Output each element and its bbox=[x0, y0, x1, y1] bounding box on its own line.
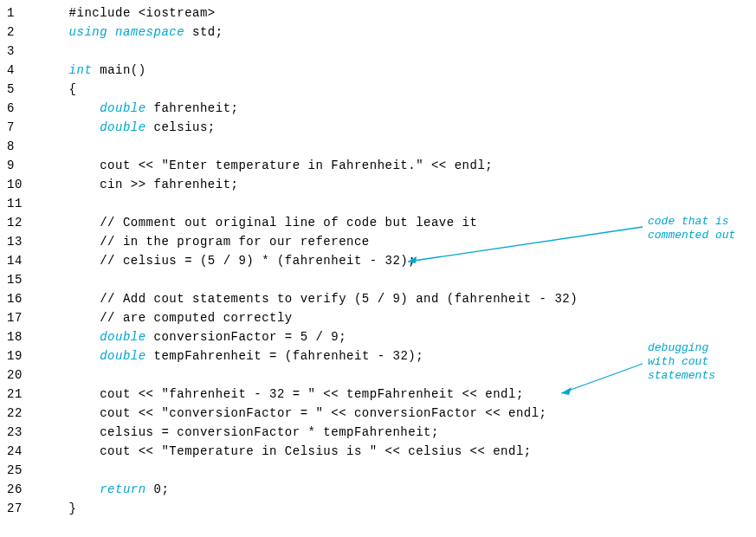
code-line: 20 bbox=[0, 366, 756, 385]
line-number: 24 bbox=[0, 442, 38, 461]
code-text: // celsius = (5 / 9) * (fahrenheit - 32)… bbox=[38, 251, 416, 270]
annotation-text: code that is bbox=[648, 215, 735, 229]
line-number: 6 bbox=[0, 99, 38, 118]
code-line: 22 cout << "conversionFactor = " << conv… bbox=[0, 404, 756, 423]
code-listing: 1 #include <iostream>2 using namespace s… bbox=[0, 0, 756, 518]
code-text bbox=[38, 42, 69, 61]
annotation-debugging-cout: debugging with cout statements bbox=[648, 341, 715, 383]
code-line: 25 bbox=[0, 461, 756, 480]
line-number: 8 bbox=[0, 137, 38, 156]
code-line: 5 { bbox=[0, 80, 756, 99]
line-number: 5 bbox=[0, 80, 38, 99]
code-text: double conversionFactor = 5 / 9; bbox=[38, 327, 346, 346]
code-line: 2 using namespace std; bbox=[0, 23, 756, 42]
code-text: // are computed correctly bbox=[38, 308, 293, 327]
code-line: 24 cout << "Temperature in Celsius is " … bbox=[0, 442, 756, 461]
line-number: 11 bbox=[0, 194, 38, 213]
code-text bbox=[38, 366, 69, 385]
code-line: 3 bbox=[0, 42, 756, 61]
line-number: 25 bbox=[0, 461, 38, 480]
line-number: 21 bbox=[0, 385, 38, 404]
code-text: // Add cout statements to verify (5 / 9)… bbox=[38, 289, 578, 308]
code-line: 16 // Add cout statements to verify (5 /… bbox=[0, 289, 756, 308]
code-line: 9 cout << "Enter temperature in Fahrenhe… bbox=[0, 156, 756, 175]
code-text bbox=[38, 461, 69, 480]
code-text: int main() bbox=[38, 61, 146, 80]
code-line: 10 cin >> fahrenheit; bbox=[0, 175, 756, 194]
code-line: 17 // are computed correctly bbox=[0, 308, 756, 327]
code-line: 23 celsius = conversionFactor * tempFahr… bbox=[0, 423, 756, 442]
line-number: 19 bbox=[0, 346, 38, 366]
line-number: 20 bbox=[0, 366, 38, 385]
line-number: 26 bbox=[0, 480, 38, 499]
line-number: 10 bbox=[0, 175, 38, 194]
line-number: 9 bbox=[0, 156, 38, 175]
code-line: 13 // in the program for our reference bbox=[0, 232, 756, 251]
annotation-text: commented out bbox=[648, 229, 735, 243]
code-line: 1 #include <iostream> bbox=[0, 3, 756, 23]
annotation-commented-out: code that is commented out bbox=[648, 215, 735, 243]
code-line: 11 bbox=[0, 194, 756, 213]
code-line: 6 double fahrenheit; bbox=[0, 99, 756, 118]
code-text: cin >> fahrenheit; bbox=[38, 175, 238, 194]
code-text: double tempFahrenheit = (fahrenheit - 32… bbox=[38, 346, 423, 366]
code-text: using namespace std; bbox=[38, 23, 223, 42]
line-number: 13 bbox=[0, 232, 38, 251]
line-number: 17 bbox=[0, 308, 38, 327]
code-text: cout << "fahrenheit - 32 = " << tempFahr… bbox=[38, 385, 524, 404]
code-text: celsius = conversionFactor * tempFahrenh… bbox=[38, 423, 439, 442]
code-text: // Comment out original line of code but… bbox=[38, 213, 477, 232]
code-line: 27 } bbox=[0, 499, 756, 518]
code-line: 18 double conversionFactor = 5 / 9; bbox=[0, 327, 756, 346]
code-text: return 0; bbox=[38, 480, 169, 499]
line-number: 3 bbox=[0, 42, 38, 61]
code-line: 19 double tempFahrenheit = (fahrenheit -… bbox=[0, 346, 756, 366]
code-text: // in the program for our reference bbox=[38, 232, 370, 251]
line-number: 23 bbox=[0, 423, 38, 442]
line-number: 7 bbox=[0, 118, 38, 137]
code-line: 7 double celsius; bbox=[0, 118, 756, 137]
code-line: 14 // celsius = (5 / 9) * (fahrenheit - … bbox=[0, 251, 756, 270]
code-line: 15 bbox=[0, 270, 756, 289]
code-text: { bbox=[38, 80, 77, 99]
annotation-text: with cout bbox=[648, 355, 715, 369]
line-number: 18 bbox=[0, 327, 38, 346]
code-text: } bbox=[38, 499, 77, 518]
code-text bbox=[38, 137, 69, 156]
code-text: cout << "Temperature in Celsius is " << … bbox=[38, 442, 532, 461]
code-text: cout << "conversionFactor = " << convers… bbox=[38, 404, 547, 423]
line-number: 22 bbox=[0, 404, 38, 423]
code-text: cout << "Enter temperature in Fahrenheit… bbox=[38, 156, 493, 175]
code-text bbox=[38, 194, 69, 213]
code-text bbox=[38, 270, 69, 289]
code-text: double celsius; bbox=[38, 118, 216, 137]
line-number: 27 bbox=[0, 499, 38, 518]
line-number: 15 bbox=[0, 270, 38, 289]
code-text: double fahrenheit; bbox=[38, 99, 238, 118]
line-number: 14 bbox=[0, 251, 38, 270]
code-text: #include <iostream> bbox=[38, 3, 216, 23]
line-number: 12 bbox=[0, 213, 38, 232]
code-line: 21 cout << "fahrenheit - 32 = " << tempF… bbox=[0, 385, 756, 404]
annotation-text: debugging bbox=[648, 341, 715, 355]
code-line: 12 // Comment out original line of code … bbox=[0, 213, 756, 232]
line-number: 16 bbox=[0, 289, 38, 308]
code-line: 8 bbox=[0, 137, 756, 156]
annotation-text: statements bbox=[648, 369, 715, 383]
code-line: 26 return 0; bbox=[0, 480, 756, 499]
line-number: 4 bbox=[0, 61, 38, 80]
code-line: 4 int main() bbox=[0, 61, 756, 80]
line-number: 1 bbox=[0, 3, 38, 23]
line-number: 2 bbox=[0, 23, 38, 42]
